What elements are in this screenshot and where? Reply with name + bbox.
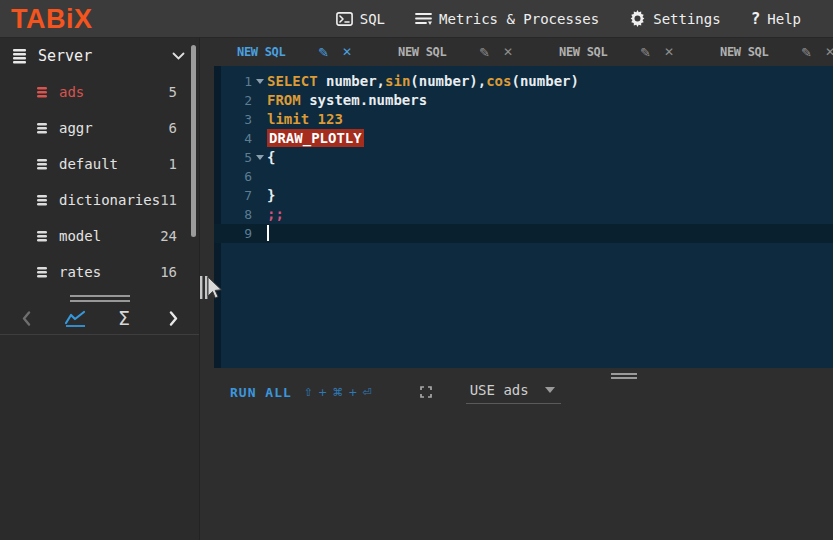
dropdown-arrow-icon (545, 387, 555, 393)
fullscreen-icon[interactable] (420, 386, 432, 398)
line-number: 3 (214, 110, 252, 129)
line-number: 2 (214, 91, 252, 110)
code-segment: FROM (267, 92, 309, 108)
tab-new-sql-4[interactable]: NEW SQL✎✕ (720, 45, 833, 60)
shortcut-key: + (318, 386, 327, 399)
sidebar-divider (0, 334, 199, 335)
sidebar-item-model[interactable]: model24 (0, 218, 199, 254)
database-name: aggr (59, 120, 93, 136)
database-name: rates (59, 264, 101, 280)
code-text: FROM system.numbers (267, 91, 427, 110)
edit-tab-icon[interactable]: ✎ (801, 45, 812, 60)
fold-column (252, 129, 267, 148)
code-segment: system.numbers (309, 92, 427, 108)
app-logo[interactable]: TABiX (11, 0, 93, 38)
server-selector[interactable]: Server (0, 38, 199, 74)
database-icon (36, 230, 48, 243)
tab-new-sql-1[interactable]: NEW SQL✎✕ (237, 45, 398, 60)
sidebar-item-ads[interactable]: ads5 (0, 74, 199, 110)
editor-line-5: 5{ (214, 148, 833, 167)
server-icon (12, 48, 27, 64)
nav-label: SQL (360, 11, 385, 27)
close-tab-icon[interactable]: ✕ (664, 45, 674, 59)
database-icon (36, 122, 48, 135)
tabix-app: TABiX SQLMetrics & ProcessesSettings?Hel… (0, 0, 833, 540)
chevron-right-icon[interactable] (159, 304, 187, 332)
terminal-icon (336, 12, 353, 26)
tab-bar: NEW SQL✎✕NEW SQL✎✕NEW SQL✎✕NEW SQL✎✕ (200, 38, 833, 66)
text-caret (267, 225, 269, 241)
tab-label: NEW SQL (237, 45, 285, 59)
fold-column (252, 224, 267, 243)
tab-actions: ✎✕ (801, 45, 833, 60)
database-count: 1 (169, 156, 177, 172)
close-tab-icon[interactable]: ✕ (825, 45, 833, 59)
header-nav: SQLMetrics & ProcessesSettings?Help (336, 9, 801, 28)
use-database-select[interactable]: USE ads (466, 380, 561, 404)
run-all-button[interactable]: RUN ALL (230, 385, 292, 400)
edit-tab-icon[interactable]: ✎ (640, 45, 651, 60)
code-segment: ;; (267, 206, 284, 222)
sidebar-item-aggr[interactable]: aggr6 (0, 110, 199, 146)
server-label: Server (38, 47, 92, 65)
database-count: 11 (160, 192, 177, 208)
edit-tab-icon[interactable]: ✎ (318, 45, 329, 60)
sigma-icon[interactable]: Σ (110, 304, 138, 332)
header: TABiX SQLMetrics & ProcessesSettings?Hel… (0, 0, 833, 38)
sidebar-item-rates[interactable]: rates16 (0, 254, 199, 290)
tab-label: NEW SQL (720, 45, 768, 59)
editor-line-2: 2FROM system.numbers (214, 91, 833, 110)
code-segment: cos (486, 73, 511, 89)
query-toolbar: RUN ALL ⇧+⌘+⏎ USE ads (200, 368, 833, 416)
nav-metrics-processes[interactable]: Metrics & Processes (415, 11, 599, 27)
gear-icon (629, 10, 646, 27)
tab-new-sql-3[interactable]: NEW SQL✎✕ (559, 45, 720, 60)
chart-icon[interactable] (61, 304, 89, 332)
editor-line-7: 7} (214, 186, 833, 205)
editor-line-9: 9 (214, 224, 833, 243)
sidebar-item-dictionaries[interactable]: dictionaries11 (0, 182, 199, 218)
code-text: } (267, 186, 275, 205)
chevron-down-icon[interactable] (172, 52, 185, 60)
code-segment: SELECT (267, 73, 326, 89)
code-segment: 123 (318, 111, 343, 127)
shortcut-key: ⌘ (332, 386, 343, 399)
nav-settings[interactable]: Settings (629, 10, 720, 27)
close-tab-icon[interactable]: ✕ (342, 45, 352, 59)
code-segment: (number) (511, 73, 578, 89)
fold-column (252, 186, 267, 205)
database-name: dictionaries (59, 192, 160, 208)
sidebar-item-default[interactable]: default1 (0, 146, 199, 182)
chevron-left-icon[interactable] (12, 304, 40, 332)
edit-tab-icon[interactable]: ✎ (479, 45, 490, 60)
close-tab-icon[interactable]: ✕ (503, 45, 513, 59)
tab-label: NEW SQL (559, 45, 607, 59)
tab-actions: ✎✕ (640, 45, 674, 60)
sidebar-scrollbar[interactable] (191, 45, 196, 237)
fold-arrow-icon[interactable] (256, 79, 264, 84)
nav-sql[interactable]: SQL (336, 11, 385, 27)
line-number: 4 (214, 129, 252, 148)
code-text (267, 224, 269, 243)
database-list: ads5aggr6default1dictionaries11model24ra… (0, 74, 199, 290)
editor-line-6: 6 (214, 167, 833, 186)
nav-label: Metrics & Processes (439, 11, 599, 27)
database-name: default (59, 156, 118, 172)
editor-line-8: 8;; (214, 205, 833, 224)
code-segment: sin (385, 73, 410, 89)
database-count: 6 (169, 120, 177, 136)
help-icon: ? (751, 9, 761, 28)
code-segment: } (267, 187, 275, 203)
fold-column (252, 167, 267, 186)
line-number: 7 (214, 186, 252, 205)
sql-editor[interactable]: 1SELECT number,sin(number),cos(number)2F… (214, 66, 833, 368)
fold-arrow-icon[interactable] (256, 155, 264, 160)
database-icon (36, 266, 48, 279)
use-database-value: USE ads (470, 382, 529, 398)
line-number: 9 (214, 224, 252, 243)
fold-column (252, 110, 267, 129)
nav-help[interactable]: ?Help (751, 9, 801, 28)
tab-new-sql-2[interactable]: NEW SQL✎✕ (398, 45, 559, 60)
line-number: 8 (214, 205, 252, 224)
code-segment: DRAW_PLOTLY (267, 129, 364, 147)
